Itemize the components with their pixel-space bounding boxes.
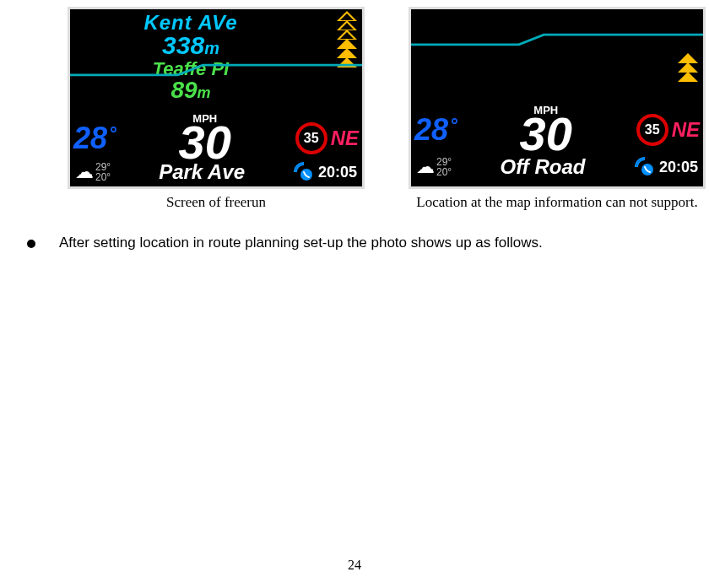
call-block: 20:05 [293,161,362,183]
compass-direction: NE [331,127,359,150]
road-curve-icon [411,33,703,46]
arrow-up-icon [678,72,698,82]
call-block: 20:05 [634,156,703,178]
caption-offroad: Location at the map information can not … [416,194,697,211]
outside-temp: 28° [411,112,456,148]
speed-limit-icon: 35 [295,122,327,154]
current-street: Park Ave [159,160,245,183]
nav-distance-1: 338m [70,31,311,60]
bottom-info-row: ☁ 29° 20° Off Road 20:05 [411,151,703,183]
weather-block: ☁ 29° 20° [70,161,111,183]
bullet-icon [27,240,35,248]
call-time: 20:05 [318,164,357,181]
screenshot-offroad-block: 28° MPH 30 35 NE ☁ 29° 20° [409,7,706,211]
upcoming-nav: Kent AVe 338m Teaffe PI 89m [70,9,311,104]
screenshot-freerun-block: Kent AVe 338m Teaffe PI 89m [68,7,365,211]
speed-limit-icon: 35 [636,114,668,146]
hi-lo-temps: 29° 20° [95,162,111,182]
arrow-up-icon [337,57,357,67]
svg-point-0 [300,169,312,181]
lo-temp: 20° [95,172,111,182]
lo-temp: 20° [436,167,452,177]
page-number: 24 [0,558,709,573]
direction-arrows [337,11,357,67]
compass-direction: NE [672,118,700,142]
speed-block: MPH 30 [456,104,636,155]
cloud-icon: ☁ [416,156,435,178]
arrow-up-icon [337,30,357,40]
hi-lo-temps: 29° 20° [436,157,452,177]
call-time: 20:05 [659,159,698,176]
bottom-info-row: ☁ 29° 20° Park Ave 20:05 [70,156,362,188]
direction-arrows [678,53,698,81]
outside-temp: 28° [70,121,115,156]
phone-icon [293,161,315,183]
bullet-paragraph: After setting location in route planning… [0,235,709,251]
screenshot-offroad: 28° MPH 30 35 NE ☁ 29° 20° [409,7,706,189]
weather-block: ☁ 29° 20° [411,156,452,178]
nav-distance-2: 89m [70,77,311,104]
phone-icon [634,156,656,178]
svg-point-1 [641,164,653,175]
current-street: Off Road [501,155,586,178]
speed-value: 30 [456,113,636,155]
screenshot-freerun: Kent AVe 338m Teaffe PI 89m [68,7,365,189]
bullet-text: After setting location in route planning… [59,235,543,251]
cloud-icon: ☁ [75,161,94,183]
caption-freerun: Screen of freerun [166,194,266,211]
